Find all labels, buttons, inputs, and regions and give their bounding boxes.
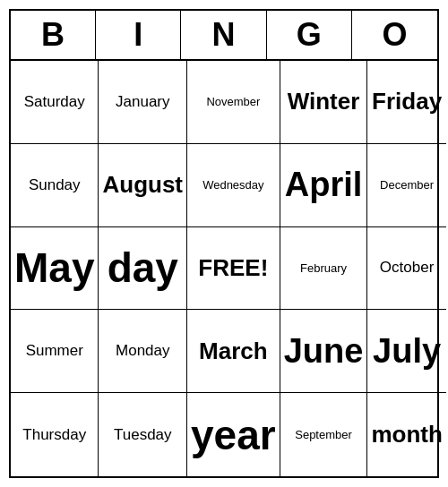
bingo-cell: Summer	[11, 310, 99, 393]
bingo-cell: month	[367, 393, 445, 476]
bingo-grid: SaturdayJanuaryNovemberWinterFridaySunda…	[11, 61, 437, 476]
bingo-cell: day	[99, 227, 187, 311]
bingo-cell: September	[280, 393, 368, 476]
bingo-cell: Wednesday	[187, 144, 280, 227]
bingo-header-letter: I	[96, 11, 181, 59]
bingo-cell: May	[11, 227, 99, 311]
bingo-cell: October	[367, 227, 445, 311]
bingo-cell: August	[99, 144, 187, 227]
bingo-cell: Friday	[367, 61, 445, 144]
bingo-header-letter: G	[267, 11, 352, 59]
bingo-cell: November	[187, 61, 280, 144]
bingo-cell: March	[187, 310, 280, 393]
bingo-cell: FREE!	[187, 227, 280, 311]
bingo-cell: year	[187, 393, 280, 476]
bingo-cell: February	[280, 227, 368, 311]
bingo-cell: December	[367, 144, 445, 227]
bingo-header-letter: B	[11, 11, 96, 59]
bingo-cell: July	[367, 310, 445, 393]
bingo-cell: Thursday	[11, 393, 99, 476]
bingo-header-letter: O	[352, 11, 437, 59]
bingo-header: BINGO	[11, 11, 437, 61]
bingo-header-letter: N	[181, 11, 266, 59]
bingo-cell: Saturday	[11, 61, 99, 144]
bingo-cell: Winter	[280, 61, 368, 144]
bingo-cell: January	[99, 61, 187, 144]
bingo-card: BINGO SaturdayJanuaryNovemberWinterFrida…	[9, 9, 439, 478]
bingo-cell: Monday	[99, 310, 187, 393]
bingo-cell: June	[280, 310, 368, 393]
bingo-cell: April	[280, 144, 368, 227]
bingo-cell: Sunday	[11, 144, 99, 227]
bingo-cell: Tuesday	[99, 393, 187, 476]
